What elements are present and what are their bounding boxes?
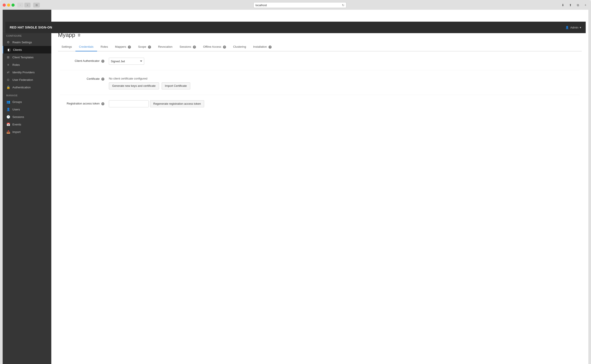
authentication-icon: 🔒 <box>6 85 10 89</box>
registration-token-help-icon[interactable]: ? <box>101 102 104 105</box>
sidebar-item-label: Users <box>12 108 20 111</box>
sidebar-item-groups[interactable]: 👥 Groups <box>3 98 51 106</box>
browser-actions: ⬇ ⬆ ⧉ ＋ <box>560 3 588 7</box>
sidebar-item-realm-settings[interactable]: ⚙ Realm Settings <box>3 39 51 46</box>
client-authenticator-label: Client Authenticator ? <box>60 58 109 63</box>
sidebar-item-label: Roles <box>12 63 20 66</box>
certificate-help-icon[interactable]: ? <box>101 78 104 81</box>
tab-offline-access[interactable]: Offline Access ? <box>200 43 230 52</box>
users-icon: 👤 <box>6 108 10 111</box>
tab-roles[interactable]: Roles <box>97 43 112 52</box>
events-icon: 📅 <box>6 123 10 126</box>
traffic-lights <box>3 4 15 7</box>
tab-mappers[interactable]: Mappers ? <box>112 43 134 52</box>
certificate-row: Certificate ? No client certificate conf… <box>60 76 579 95</box>
sidebar-toggle-button[interactable]: ⊟ <box>33 3 40 7</box>
sidebar-item-user-federation[interactable]: ⊙ User Federation <box>3 76 51 84</box>
sidebar: Master ▾ Configure ⚙ Realm Settings ◧ Cl… <box>3 10 51 364</box>
sidebar-item-label: Identity Providers <box>12 71 34 74</box>
sidebar-item-label: User Federation <box>12 78 33 82</box>
manage-section-label: Manage <box>3 91 51 98</box>
registration-token-group: Regenerate registration access token <box>109 100 579 107</box>
sidebar-item-client-templates[interactable]: ⊞ Client Templates <box>3 53 51 61</box>
certificate-label: Certificate ? <box>60 76 109 81</box>
installation-help-icon[interactable]: ? <box>269 46 272 49</box>
groups-icon: 👥 <box>6 100 10 104</box>
sidebar-item-authentication[interactable]: 🔒 Authentication <box>3 84 51 91</box>
sidebar-item-label: Realm Settings <box>12 41 32 44</box>
delete-icon[interactable]: 🗑 <box>77 33 81 37</box>
certificate-control: No client certificate configured Generat… <box>109 76 579 90</box>
clients-icon: ◧ <box>7 48 11 52</box>
tab-revocation[interactable]: Revocation <box>154 43 176 52</box>
window-icon[interactable]: ⧉ <box>575 3 581 7</box>
maximize-button[interactable] <box>12 4 15 7</box>
user-name: Admin <box>570 26 578 29</box>
back-button[interactable]: ‹ <box>17 3 23 7</box>
generate-keys-button[interactable]: Generate new keys and certificate <box>109 82 159 90</box>
browser-titlebar: ‹ › ⊟ localhost ↻ ⬇ ⬆ ⧉ ＋ <box>3 2 588 8</box>
sidebar-item-label: Sessions <box>12 115 24 119</box>
url-text: localhost <box>255 4 267 7</box>
realm-settings-icon: ⚙ <box>6 40 10 44</box>
registration-token-label: Registration access token ? <box>60 100 109 106</box>
tab-credentials[interactable]: Credentials <box>75 43 97 52</box>
share-icon[interactable]: ⬆ <box>568 3 573 7</box>
sidebar-item-clients[interactable]: ◧ Clients <box>3 46 51 53</box>
sidebar-item-label: Client Templates <box>12 56 34 59</box>
user-menu[interactable]: 👤 Admin ▾ <box>565 26 581 29</box>
tab-clustering[interactable]: Clustering <box>230 43 250 52</box>
sidebar-item-import[interactable]: 📥 Import <box>3 128 51 136</box>
identity-providers-icon: ⇄ <box>6 71 10 74</box>
client-authenticator-row: Client Authenticator ? Signed Jwt Client… <box>60 58 579 70</box>
address-bar[interactable]: localhost ↻ <box>254 2 346 8</box>
tab-settings[interactable]: Settings <box>58 43 75 52</box>
address-bar-container: localhost ↻ <box>42 2 557 8</box>
certificate-no-config-text: No client certificate configured <box>109 76 579 80</box>
client-authenticator-help-icon[interactable]: ? <box>101 60 104 63</box>
sidebar-item-roles[interactable]: ≡ Roles <box>3 61 51 68</box>
sessions-icon: 🕐 <box>6 115 10 119</box>
sidebar-item-events[interactable]: 📅 Events <box>3 121 51 128</box>
regenerate-token-button[interactable]: Regenerate registration access token <box>150 100 204 107</box>
tab-sessions[interactable]: Sessions ? <box>176 43 200 52</box>
registration-token-row: Registration access token ? Regenerate r… <box>60 100 579 113</box>
tab-installation[interactable]: Installation ? <box>249 43 275 52</box>
sessions-help-icon[interactable]: ? <box>193 46 196 49</box>
sidebar-item-label: Events <box>12 123 21 126</box>
nav-buttons: ‹ › <box>17 3 31 7</box>
client-authenticator-control: Signed Jwt Client Id and Secret X509 Cer… <box>109 58 579 65</box>
user-chevron-icon: ▾ <box>580 26 581 29</box>
brand-logo: RED HAT SINGLE SIGN-ON <box>10 26 52 29</box>
main-content: Clients » myapp Myapp 🗑 Settings Credent… <box>51 10 588 364</box>
import-certificate-button[interactable]: Import Certificate <box>162 82 190 90</box>
offline-access-help-icon[interactable]: ? <box>223 46 226 49</box>
sidebar-item-users[interactable]: 👤 Users <box>3 106 51 113</box>
download-icon[interactable]: ⬇ <box>560 3 566 7</box>
sidebar-item-identity-providers[interactable]: ⇄ Identity Providers <box>3 68 51 76</box>
tabs: Settings Credentials Roles Mappers ? Sco… <box>58 43 582 52</box>
roles-icon: ≡ <box>6 63 10 66</box>
tab-scope[interactable]: Scope ? <box>134 43 154 52</box>
registration-token-input[interactable] <box>109 100 149 107</box>
credentials-form: Client Authenticator ? Signed Jwt Client… <box>58 58 582 113</box>
mappers-help-icon[interactable]: ? <box>128 46 131 49</box>
sidebar-item-label: Clients <box>13 48 22 52</box>
reload-icon[interactable]: ↻ <box>342 4 344 7</box>
import-icon: 📥 <box>6 130 10 134</box>
sidebar-item-label: Import <box>12 130 20 134</box>
forward-button[interactable]: › <box>24 3 31 7</box>
top-navbar: RED HAT SINGLE SIGN-ON 👤 Admin ▾ <box>5 22 586 33</box>
scope-help-icon[interactable]: ? <box>148 46 151 49</box>
sidebar-item-label: Groups <box>12 100 22 104</box>
sidebar-item-sessions[interactable]: 🕐 Sessions <box>3 113 51 121</box>
client-templates-icon: ⊞ <box>6 55 10 59</box>
client-authenticator-select[interactable]: Signed Jwt Client Id and Secret X509 Cer… <box>109 58 144 65</box>
new-tab-icon[interactable]: ＋ <box>583 3 588 7</box>
user-icon: 👤 <box>565 26 569 29</box>
certificate-buttons: Generate new keys and certificate Import… <box>109 82 579 90</box>
minimize-button[interactable] <box>7 4 10 7</box>
registration-token-control: Regenerate registration access token <box>109 100 579 107</box>
sidebar-item-label: Authentication <box>12 86 31 89</box>
close-button[interactable] <box>3 4 6 7</box>
